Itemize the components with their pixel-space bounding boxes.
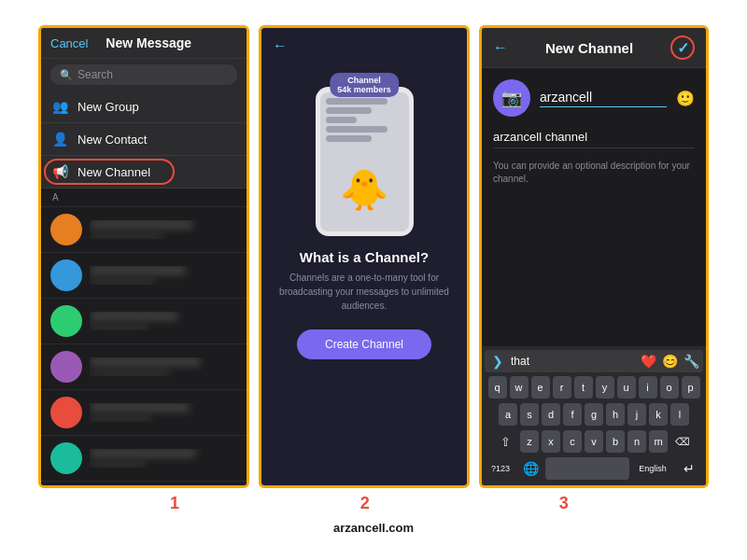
chat-item-7[interactable]	[41, 482, 247, 485]
chat-name-1	[90, 220, 193, 229]
kb-row-2: a s d f g h j k l	[485, 403, 703, 426]
kb-row-1: q w e r t y u i o p	[485, 376, 703, 399]
chat-name-5	[90, 403, 190, 412]
key-o[interactable]: o	[660, 376, 679, 399]
search-icon: 🔍	[60, 69, 73, 81]
toolbar-word: that	[511, 355, 637, 368]
camera-icon: 📷	[501, 88, 522, 108]
key-i[interactable]: i	[639, 376, 657, 399]
key-english[interactable]: English	[632, 457, 673, 480]
panel3-title: New Channel	[545, 40, 633, 56]
key-f[interactable]: f	[563, 403, 582, 426]
chat-name-4	[90, 357, 201, 366]
search-bar[interactable]: 🔍 Search	[50, 64, 237, 85]
key-e[interactable]: e	[531, 376, 550, 399]
key-j[interactable]: j	[627, 403, 646, 426]
chat-item-6[interactable]	[41, 436, 247, 482]
key-globe[interactable]: 🌐	[518, 457, 543, 480]
panel3-header: ← New Channel ✓	[482, 28, 706, 68]
main-container: Cancel New Message 🔍 Search 👥 New Group	[9, 25, 738, 535]
key-s[interactable]: s	[520, 403, 539, 426]
panel3-back-icon[interactable]: ←	[493, 39, 508, 56]
key-z[interactable]: z	[520, 430, 539, 453]
chat-item-1[interactable]	[41, 207, 247, 253]
chat-name-3	[90, 312, 178, 320]
chat-item-3[interactable]	[41, 299, 247, 344]
menu-new-contact[interactable]: 👤 New Contact	[41, 123, 247, 156]
menu-new-channel[interactable]: 📢 New Channel	[41, 156, 247, 189]
key-p[interactable]: p	[682, 376, 700, 399]
wrench-icon: 🔧	[684, 354, 699, 369]
kb-row-3: ⇧ z x c v b n m ⌫	[485, 430, 703, 453]
create-channel-button[interactable]: Create Channel	[297, 329, 431, 359]
key-v[interactable]: v	[585, 430, 603, 453]
keyboard-toolbar: ❯ that ❤️ 😊 🔧	[485, 350, 703, 372]
key-a[interactable]: a	[499, 403, 517, 426]
channel-name-field: arzancell	[540, 90, 667, 107]
label-3: 3	[460, 494, 668, 513]
avatar-4	[50, 351, 82, 383]
panel2-wrapper: ← Channel 54k members	[259, 25, 470, 488]
msg-line-2	[326, 107, 373, 114]
key-numbers[interactable]: ?123	[486, 457, 515, 480]
key-n[interactable]: n	[627, 430, 646, 453]
avatar-5	[50, 397, 82, 428]
confirm-check-circle[interactable]: ✓	[670, 35, 695, 60]
key-l[interactable]: l	[670, 403, 689, 426]
toolbar-left-arrow[interactable]: ❯	[488, 353, 507, 370]
key-g[interactable]: g	[585, 403, 603, 426]
msg-line-5	[326, 135, 373, 142]
illustration: Channel 54k members 🐥	[299, 73, 430, 236]
panel1-title: New Message	[106, 35, 191, 50]
optional-hint: You can provide an optional description …	[493, 160, 695, 186]
chat-msg-2	[90, 278, 156, 285]
key-c[interactable]: c	[563, 430, 582, 453]
menu-new-group[interactable]: 👥 New Group	[41, 91, 247, 123]
label-1: 1	[79, 494, 270, 513]
panel2-header: ←	[261, 28, 467, 63]
channel-desc-field: arzancell channel	[493, 130, 695, 148]
panel2-description: Channels are a one-to-many tool for broa…	[261, 271, 467, 313]
key-u[interactable]: u	[617, 376, 636, 399]
key-b[interactable]: b	[606, 430, 625, 453]
key-d[interactable]: d	[542, 403, 560, 426]
chat-item-2[interactable]	[41, 253, 247, 299]
keyboard: ❯ that ❤️ 😊 🔧 q w e	[482, 346, 706, 485]
panel2: ← Channel 54k members	[261, 28, 467, 485]
key-y[interactable]: y	[596, 376, 614, 399]
channel-avatar[interactable]: 📷	[493, 79, 530, 117]
footer-text: arzancell.com	[333, 521, 414, 535]
key-m[interactable]: m	[649, 430, 668, 453]
search-area: 🔍 Search	[41, 59, 247, 91]
channel-name-row: 📷 arzancell 🙂	[493, 79, 695, 117]
channel-desc-input[interactable]: arzancell channel	[493, 130, 695, 144]
key-r[interactable]: r	[553, 376, 571, 399]
key-h[interactable]: h	[606, 403, 625, 426]
number-labels: 1 2 3	[51, 494, 696, 513]
key-enter[interactable]: ↵	[676, 457, 702, 480]
channel-name-input[interactable]: arzancell	[540, 90, 667, 107]
key-backspace[interactable]: ⌫	[670, 430, 695, 453]
avatar-1	[50, 214, 82, 245]
chat-msg-1	[90, 232, 163, 239]
phone-illustration	[316, 87, 414, 236]
chat-info-3	[90, 312, 237, 330]
chat-msg-3	[90, 324, 148, 330]
menu-new-contact-label: New Contact	[78, 133, 147, 147]
key-shift[interactable]: ⇧	[493, 430, 517, 453]
emoji-icon: 🙂	[676, 90, 695, 107]
kb-row-4: ?123 🌐 English ↵	[485, 457, 703, 480]
key-x[interactable]: x	[542, 430, 560, 453]
key-k[interactable]: k	[649, 403, 668, 426]
chat-msg-5	[90, 415, 151, 422]
key-w[interactable]: w	[510, 376, 529, 399]
chat-item-5[interactable]	[41, 390, 247, 436]
cancel-button[interactable]: Cancel	[50, 36, 88, 50]
key-t[interactable]: t	[574, 376, 593, 399]
key-space[interactable]	[545, 457, 629, 480]
panel2-title: What is a Channel?	[300, 249, 429, 265]
section-label: A	[41, 189, 247, 207]
chat-item-4[interactable]	[41, 344, 247, 390]
back-arrow-icon[interactable]: ←	[273, 37, 288, 54]
key-q[interactable]: q	[488, 376, 507, 399]
